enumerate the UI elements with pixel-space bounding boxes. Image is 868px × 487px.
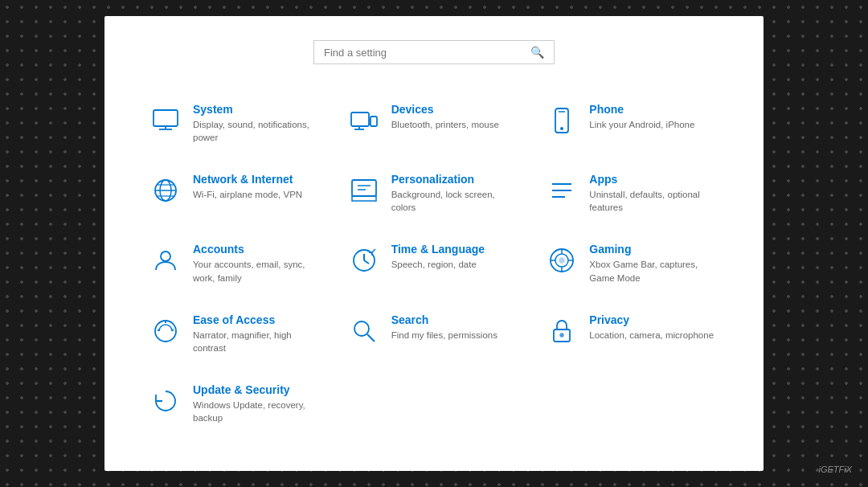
settings-subtitle-ease: Narrator, magnifier, high contrast <box>193 329 322 354</box>
settings-item-network[interactable]: Network & Internet Wi-Fi, airplane mode,… <box>137 158 335 228</box>
svg-point-28 <box>559 258 564 263</box>
svg-point-8 <box>561 128 563 129</box>
system-icon <box>149 104 182 137</box>
search-bar-container: 🔍 <box>137 40 731 64</box>
settings-text-privacy: Privacy Location, camera, microphone <box>589 313 719 342</box>
watermark: iGETFiX <box>818 464 852 474</box>
settings-item-system[interactable]: System Display, sound, notifications, po… <box>137 88 335 158</box>
settings-subtitle-gaming: Xbox Game Bar, captures, Game Mode <box>589 258 719 284</box>
settings-text-phone: Phone Link your Android, iPhone <box>589 103 719 131</box>
settings-title-search: Search <box>391 313 521 326</box>
svg-rect-15 <box>352 180 376 196</box>
settings-text-time: Time & Language Speech, region, date <box>391 243 521 271</box>
search-icon <box>348 315 380 347</box>
settings-text-gaming: Gaming Xbox Game Bar, captures, Game Mod… <box>589 243 719 284</box>
settings-subtitle-privacy: Location, camera, microphone <box>589 329 719 342</box>
settings-subtitle-time: Speech, region, date <box>391 258 521 271</box>
privacy-icon <box>546 315 578 347</box>
settings-subtitle-phone: Link your Android, iPhone <box>589 118 719 131</box>
settings-text-ease: Ease of Access Narrator, magnifier, high… <box>193 313 322 354</box>
settings-grid: System Display, sound, notifications, po… <box>137 88 731 439</box>
svg-rect-4 <box>371 117 377 126</box>
time-icon <box>348 244 380 276</box>
settings-item-phone[interactable]: Phone Link your Android, iPhone <box>533 88 731 158</box>
settings-item-devices[interactable]: Devices Bluetooth, printers, mouse <box>335 88 534 158</box>
settings-title-accounts: Accounts <box>193 243 322 256</box>
svg-rect-3 <box>351 113 369 126</box>
settings-item-ease[interactable]: Ease of Access Narrator, magnifier, high… <box>137 299 335 369</box>
settings-item-accounts[interactable]: Accounts Your accounts, email, sync, wor… <box>137 228 335 298</box>
gaming-icon <box>546 244 578 276</box>
settings-item-personalization[interactable]: Personalization Background, lock screen,… <box>335 158 534 228</box>
svg-line-36 <box>367 334 375 342</box>
settings-title-privacy: Privacy <box>589 313 719 326</box>
devices-icon <box>348 104 380 137</box>
settings-text-accounts: Accounts Your accounts, email, sync, wor… <box>193 243 322 284</box>
network-icon <box>149 174 182 207</box>
settings-window: 🔍 System Display, sound, notifications, … <box>104 16 764 471</box>
settings-text-personalization: Personalization Background, lock screen,… <box>391 173 521 214</box>
settings-title-devices: Devices <box>391 103 521 116</box>
svg-line-25 <box>364 260 369 264</box>
settings-title-network: Network & Internet <box>193 173 322 186</box>
settings-title-time: Time & Language <box>391 243 521 256</box>
svg-point-35 <box>354 321 369 336</box>
settings-item-apps[interactable]: Apps Uninstall, defaults, optional featu… <box>533 158 731 228</box>
accounts-icon <box>149 244 182 276</box>
settings-title-phone: Phone <box>589 103 719 116</box>
settings-subtitle-system: Display, sound, notifications, power <box>193 118 322 144</box>
settings-text-devices: Devices Bluetooth, printers, mouse <box>391 103 521 131</box>
svg-point-22 <box>161 252 170 261</box>
settings-title-system: System <box>193 103 322 116</box>
search-bar: 🔍 <box>313 40 555 64</box>
settings-title-apps: Apps <box>589 173 719 186</box>
settings-item-time[interactable]: Time & Language Speech, region, date <box>335 228 534 298</box>
settings-title-gaming: Gaming <box>589 243 719 256</box>
svg-point-33 <box>155 321 176 342</box>
settings-subtitle-network: Wi-Fi, airplane mode, VPN <box>193 188 322 201</box>
settings-title-ease: Ease of Access <box>193 313 322 326</box>
settings-subtitle-apps: Uninstall, defaults, optional features <box>589 188 719 214</box>
settings-title-personalization: Personalization <box>391 173 521 186</box>
settings-item-gaming[interactable]: Gaming Xbox Game Bar, captures, Game Mod… <box>533 228 731 298</box>
settings-subtitle-update: Windows Update, recovery, backup <box>193 399 322 424</box>
settings-text-network: Network & Internet Wi-Fi, airplane mode,… <box>193 173 322 201</box>
settings-subtitle-personalization: Background, lock screen, colors <box>391 188 521 214</box>
ease-icon <box>149 315 182 347</box>
settings-text-search: Search Find my files, permissions <box>391 313 521 342</box>
settings-subtitle-devices: Bluetooth, printers, mouse <box>391 118 521 131</box>
settings-subtitle-search: Find my files, permissions <box>391 329 521 342</box>
phone-icon <box>546 104 578 137</box>
settings-subtitle-accounts: Your accounts, email, sync, work, family <box>193 258 322 284</box>
settings-title-update: Update & Security <box>193 383 322 396</box>
update-icon <box>149 385 182 417</box>
search-input[interactable] <box>324 47 530 59</box>
search-icon: 🔍 <box>530 46 544 59</box>
settings-item-update[interactable]: Update & Security Windows Update, recove… <box>137 369 335 439</box>
settings-text-update: Update & Security Windows Update, recove… <box>193 383 322 424</box>
settings-item-search[interactable]: Search Find my files, permissions <box>335 299 534 369</box>
svg-point-38 <box>560 334 563 337</box>
personalization-icon <box>348 174 380 207</box>
svg-rect-0 <box>154 110 178 126</box>
settings-item-privacy[interactable]: Privacy Location, camera, microphone <box>533 299 731 369</box>
settings-text-apps: Apps Uninstall, defaults, optional featu… <box>589 173 719 214</box>
apps-icon <box>546 174 578 207</box>
settings-text-system: System Display, sound, notifications, po… <box>193 103 322 144</box>
